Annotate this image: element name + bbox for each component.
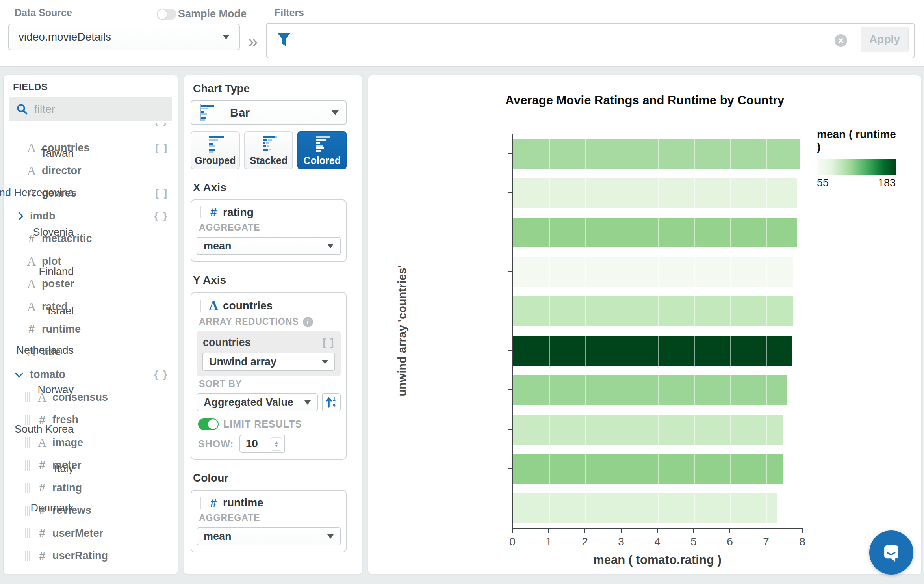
bar-Slovenia bbox=[513, 218, 797, 247]
reduction-select[interactable]: Unwind array bbox=[202, 353, 335, 371]
drag-handle[interactable] bbox=[197, 300, 202, 312]
chat-launcher-button[interactable] bbox=[869, 530, 913, 575]
info-icon[interactable]: i bbox=[303, 317, 313, 327]
chart-type-select[interactable]: Bar bbox=[191, 100, 347, 125]
filter-placeholder: filter bbox=[34, 103, 55, 115]
field-name: image bbox=[52, 437, 83, 449]
bar-Netherlands bbox=[513, 336, 792, 366]
sort-by-select[interactable]: Aggregated Value bbox=[197, 393, 318, 411]
drag-handle[interactable] bbox=[15, 256, 20, 266]
chart-type-value: Bar bbox=[230, 106, 250, 119]
x-aggregate-select[interactable]: mean bbox=[197, 237, 341, 255]
bar-Italy bbox=[513, 454, 783, 484]
y-tick-mark bbox=[508, 389, 512, 390]
mode-button-colored[interactable]: Colored bbox=[297, 131, 347, 169]
toggle-knob bbox=[157, 9, 167, 19]
x-tick-label: 4 bbox=[646, 536, 669, 548]
drag-handle[interactable] bbox=[197, 206, 202, 218]
y-tick-label: Slovenia bbox=[0, 226, 74, 238]
show-count-input[interactable]: 10 ▲▼ bbox=[239, 435, 285, 453]
chevron-down-icon bbox=[327, 244, 334, 248]
y-tick-label: South Korea bbox=[0, 423, 74, 435]
y-tick-label: Taiwan bbox=[0, 147, 74, 160]
x-axis-card: # rating AGGREGATE mean bbox=[191, 199, 347, 262]
field-row-imdb[interactable]: imdb{ } bbox=[4, 205, 177, 228]
field-row-runtime[interactable]: #runtime bbox=[4, 318, 177, 341]
field-row-tomato[interactable]: tomato{ } bbox=[4, 363, 177, 386]
data-source-label: Data Source bbox=[15, 7, 72, 19]
y-tick-mark bbox=[508, 429, 512, 430]
field-row-userRating[interactable]: #userRating bbox=[4, 545, 177, 567]
y-axis-title: unwind array 'countries' bbox=[396, 265, 409, 396]
bar-Finland bbox=[513, 257, 793, 287]
sample-mode-toggle[interactable] bbox=[157, 9, 176, 20]
field-name: userMeter bbox=[52, 527, 103, 539]
search-icon bbox=[16, 103, 28, 115]
mode-button-stacked[interactable]: Stacked bbox=[244, 131, 293, 169]
chat-bubble-icon bbox=[879, 540, 904, 565]
colour-heading: Colour bbox=[193, 472, 347, 484]
apply-button[interactable]: Apply bbox=[861, 27, 909, 52]
reduction-field-name: countries bbox=[203, 337, 251, 349]
chevron-right-icon[interactable] bbox=[15, 212, 23, 220]
gridline bbox=[766, 134, 767, 528]
field-filter-input[interactable]: filter bbox=[9, 97, 172, 121]
field-row-userMeter[interactable]: #userMeter bbox=[4, 522, 177, 545]
double-chevron-icon: » bbox=[248, 32, 258, 51]
x-axis-field-chip[interactable]: # rating bbox=[197, 206, 341, 219]
x-axis-heading: X Axis bbox=[193, 181, 347, 194]
y-tick-mark bbox=[508, 192, 512, 193]
drag-handle[interactable] bbox=[15, 324, 20, 335]
colour-field-chip[interactable]: # runtime bbox=[197, 496, 341, 510]
y-axis-field-chip[interactable]: A countries bbox=[197, 298, 341, 313]
x-tick-label: 8 bbox=[790, 536, 814, 548]
array-badge: [ ] bbox=[323, 337, 334, 348]
sample-mode-label: Sample Mode bbox=[178, 8, 247, 20]
funnel-icon bbox=[277, 32, 291, 48]
filters-input[interactable]: ✕ Apply bbox=[266, 23, 915, 58]
drag-handle[interactable] bbox=[15, 166, 20, 176]
number-type-icon: # bbox=[206, 206, 221, 219]
drag-handle[interactable] bbox=[197, 497, 202, 509]
y-tick-label: Norway bbox=[0, 384, 74, 396]
y-tick-label: Denmark bbox=[0, 502, 74, 514]
drag-handle[interactable] bbox=[15, 279, 20, 289]
x-axis-title: mean ( tomato.rating ) bbox=[512, 553, 802, 567]
number-stepper[interactable]: ▲▼ bbox=[271, 437, 282, 451]
field-row-director[interactable]: Adirector bbox=[4, 160, 177, 182]
drag-handle[interactable] bbox=[25, 551, 30, 561]
y-axis-field-name: countries bbox=[223, 299, 273, 312]
y-tick-label: Italy bbox=[0, 463, 74, 475]
sort-direction-button[interactable]: 1 9 bbox=[322, 393, 341, 411]
x-tick-mark bbox=[512, 528, 513, 533]
field-row-rating[interactable]: #rating bbox=[4, 477, 177, 500]
string-type-icon: A bbox=[24, 164, 39, 178]
drag-handle[interactable] bbox=[25, 437, 30, 448]
x-tick-label: 1 bbox=[537, 536, 560, 548]
colour-aggregate-select[interactable]: mean bbox=[197, 527, 341, 545]
number-type-icon: # bbox=[24, 323, 39, 336]
chevron-down-icon[interactable] bbox=[15, 369, 23, 378]
chart-builder-panel: Chart Type Bar Grouped bbox=[184, 75, 362, 575]
reduction-box: countries [ ] Unwind array bbox=[197, 331, 341, 376]
limit-results-toggle[interactable] bbox=[198, 418, 219, 430]
drag-handle[interactable] bbox=[25, 528, 30, 538]
drag-handle[interactable] bbox=[25, 483, 30, 493]
y-tick-mark bbox=[508, 350, 512, 351]
clear-filter-icon[interactable]: ✕ bbox=[835, 34, 847, 47]
chart-type-heading: Chart Type bbox=[193, 82, 347, 95]
x-tick-label: 0 bbox=[501, 536, 524, 548]
data-source-select[interactable]: video.movieDetails bbox=[8, 24, 240, 50]
y-tick-mark bbox=[508, 271, 512, 272]
bar-chart-icon bbox=[199, 104, 217, 122]
field-name: director bbox=[42, 165, 82, 177]
bar-chart-plot bbox=[512, 134, 803, 529]
x-tick-label: 5 bbox=[682, 536, 705, 548]
array-badge: [ ] bbox=[155, 142, 168, 154]
x-tick-label: 7 bbox=[754, 536, 778, 548]
mode-button-grouped[interactable]: Grouped bbox=[191, 131, 240, 169]
x-tick-mark bbox=[584, 528, 585, 533]
chevron-down-icon bbox=[327, 534, 334, 539]
y-tick-label: Finland bbox=[0, 266, 74, 278]
bar-Israel bbox=[513, 296, 793, 326]
